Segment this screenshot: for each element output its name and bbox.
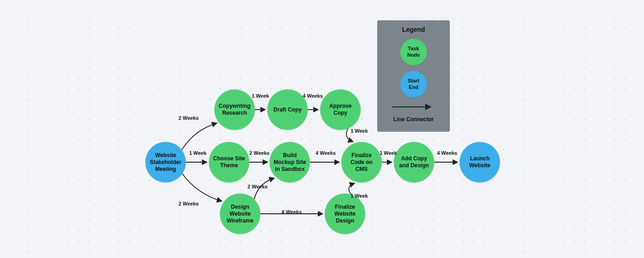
node-launch[interactable]: Launch Website: [460, 142, 500, 182]
node-buildmockup[interactable]: Build Mockup Site in Sandbox: [270, 142, 310, 182]
edge-label: 4 Weeks: [303, 93, 323, 99]
legend-startend-label: Start End: [403, 78, 424, 91]
node-finalizedes[interactable]: Finalize Website Design: [325, 194, 365, 234]
node-stakeholder[interactable]: Website Stakeholder Meeting: [145, 142, 186, 182]
edge-label: 2 Weeks: [247, 184, 268, 189]
node-label: Launch Website: [462, 155, 497, 169]
node-label: Draft Copy: [273, 106, 301, 113]
legend: Legend Task Node Start End Line Connecto…: [377, 20, 450, 132]
legend-connector-icon: [391, 103, 437, 111]
node-label: Copywriting Research: [217, 103, 252, 117]
node-copyresearch[interactable]: Copywriting Research: [214, 89, 255, 130]
legend-task-label: Task Node: [403, 46, 424, 59]
edge-label: 2 Weeks: [249, 150, 270, 156]
legend-task-node: Task Node: [400, 39, 427, 65]
diagram-canvas: [0, 0, 644, 258]
legend-title: Legend: [402, 26, 425, 33]
edge-label: 4 Weeks: [437, 150, 457, 156]
edge-label: 4 Weeks: [282, 209, 302, 215]
node-wireframe[interactable]: Design Website Wireframe: [220, 194, 260, 234]
edge-label: 2 Weeks: [178, 115, 199, 121]
edge-label: 1 Week: [380, 150, 397, 156]
node-label: Finalize Website Design: [328, 204, 362, 224]
edge-label: 1 Week: [252, 93, 269, 99]
edge-label: 4 Weeks: [316, 150, 336, 156]
edge-label: 1 Week: [351, 193, 368, 199]
node-label: Add Copy and Design: [397, 155, 431, 169]
node-addcopy[interactable]: Add Copy and Design: [394, 142, 434, 182]
node-label: Design Website Wireframe: [223, 204, 258, 224]
node-label: Website Stakeholder Meeting: [148, 152, 183, 173]
node-label: Finalize Code on CMS: [344, 152, 379, 173]
node-theme[interactable]: Choose Site Theme: [209, 142, 249, 182]
node-draftcopy[interactable]: Draft Copy: [267, 89, 308, 130]
node-approvecopy[interactable]: Approve Copy: [320, 89, 361, 130]
node-label: Approve Copy: [323, 103, 358, 117]
legend-connector-label: Line Connector: [393, 116, 434, 123]
edge-label: 1 Week: [351, 128, 368, 134]
node-label: Choose Site Theme: [212, 155, 247, 169]
edge-label: 2 Weeks: [178, 201, 199, 206]
edge-label: 1 Week: [189, 150, 207, 156]
legend-startend-node: Start End: [400, 71, 427, 98]
edge-stakeholder-copyresearch: [182, 123, 217, 150]
node-label: Build Mockup Site in Sandbox: [272, 152, 307, 173]
node-finalizecode[interactable]: Finalize Code on CMS: [341, 142, 382, 182]
